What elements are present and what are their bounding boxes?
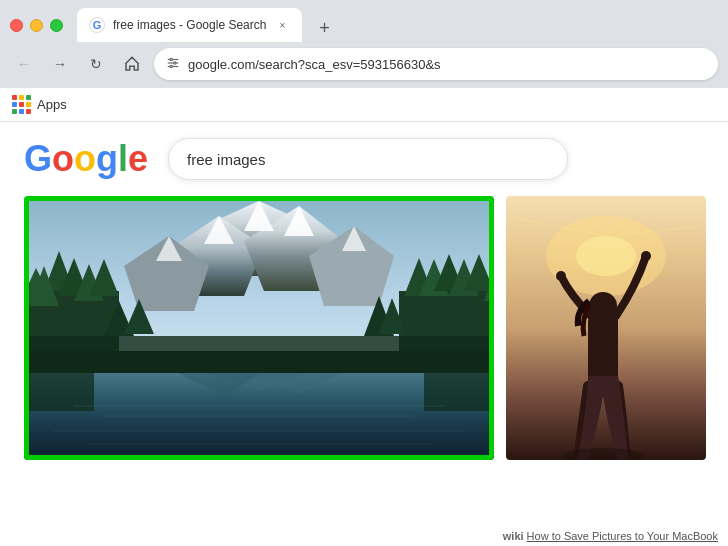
address-bar[interactable]: google.com/search?sca_esv=593156630&s	[154, 48, 718, 80]
side-image-container[interactable]	[506, 196, 706, 460]
svg-rect-46	[24, 371, 94, 411]
svg-point-57	[589, 292, 617, 320]
landscape-image	[24, 196, 494, 460]
address-bar-row: ← → ↻ google.com/search?sca_esv=59315663…	[0, 42, 728, 88]
svg-point-6	[170, 65, 172, 67]
apps-grid-icon[interactable]	[12, 95, 31, 114]
reload-button[interactable]: ↻	[82, 50, 110, 78]
image-results	[0, 196, 728, 460]
back-button[interactable]: ←	[10, 50, 38, 78]
page-content: Google free images	[0, 122, 728, 546]
forward-button[interactable]: →	[46, 50, 74, 78]
google-logo: Google	[24, 141, 148, 177]
logo-e: e	[128, 138, 148, 179]
tune-icon	[166, 56, 180, 73]
apps-dot-1	[12, 95, 17, 100]
apps-dot-2	[19, 95, 24, 100]
svg-point-0	[170, 58, 172, 60]
tab-title: free images - Google Search	[113, 18, 266, 32]
apps-dot-6	[26, 102, 31, 107]
logo-o2: o	[74, 138, 96, 179]
apps-dot-7	[12, 109, 17, 114]
tab-close-button[interactable]: ×	[274, 17, 290, 33]
close-window-button[interactable]	[10, 19, 23, 32]
landscape-svg	[24, 196, 494, 460]
google-header: Google free images	[0, 122, 728, 196]
svg-rect-52	[24, 351, 494, 373]
search-query: free images	[187, 151, 265, 168]
address-text: google.com/search?sca_esv=593156630&s	[188, 57, 706, 72]
wikihow-description: How to Save Pictures to Your MacBook	[527, 530, 718, 542]
svg-rect-47	[424, 371, 494, 411]
svg-point-55	[576, 236, 636, 276]
active-tab[interactable]: G free images - Google Search ×	[77, 8, 302, 42]
logo-o1: o	[52, 138, 74, 179]
logo-g2: g	[96, 138, 118, 179]
minimize-window-button[interactable]	[30, 19, 43, 32]
wikihow-watermark: wiki How to Save Pictures to Your MacBoo…	[493, 526, 728, 546]
apps-dot-9	[26, 109, 31, 114]
search-box[interactable]: free images	[168, 138, 568, 180]
svg-point-58	[641, 251, 651, 261]
apps-dot-8	[19, 109, 24, 114]
browser-window: G free images - Google Search × + ← → ↻	[0, 0, 728, 546]
new-tab-button[interactable]: +	[310, 14, 338, 42]
window-controls	[10, 19, 63, 32]
logo-g: G	[24, 138, 52, 179]
side-image-svg	[506, 196, 706, 460]
svg-rect-56	[588, 316, 618, 386]
home-button[interactable]	[118, 50, 146, 78]
svg-point-59	[556, 271, 566, 281]
tab-bar: G free images - Google Search × +	[77, 8, 718, 42]
apps-bookmark-label[interactable]: Apps	[37, 97, 67, 112]
main-image-container[interactable]	[24, 196, 494, 460]
apps-dot-4	[12, 102, 17, 107]
apps-dot-5	[19, 102, 24, 107]
svg-point-3	[174, 61, 176, 63]
title-bar: G free images - Google Search × +	[0, 0, 728, 42]
logo-l: l	[118, 138, 128, 179]
apps-dot-3	[26, 95, 31, 100]
bookmarks-bar: Apps	[0, 88, 728, 122]
tab-favicon: G	[89, 17, 105, 33]
maximize-window-button[interactable]	[50, 19, 63, 32]
wiki-prefix: wiki	[503, 530, 524, 542]
